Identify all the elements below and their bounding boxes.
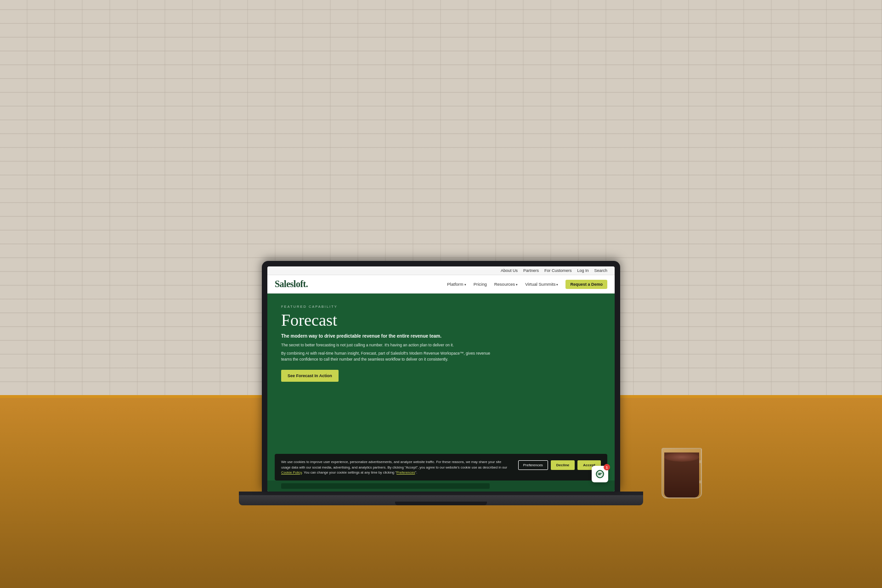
hero-subtitle: The modern way to drive predictable reve… xyxy=(281,334,601,339)
hero-title: Forecast xyxy=(281,311,601,330)
platform-dropdown-arrow: ▾ xyxy=(464,283,466,286)
nav-links: Platform▾ Pricing Resources▾ Virtual Sum… xyxy=(447,280,607,289)
chat-icon xyxy=(595,469,605,479)
main-nav: Salesloft. Platform▾ Pricing Resources▾ … xyxy=(267,275,615,294)
chat-badge: 1 xyxy=(604,464,610,470)
chat-widget[interactable]: 1 xyxy=(592,466,608,482)
for-customers-link[interactable]: For Customers xyxy=(544,268,572,273)
hero-section: FEATURED CAPABILITY Forecast The modern … xyxy=(267,294,615,492)
cookie-text-3: ". xyxy=(415,470,417,475)
virtual-summits-link[interactable]: Virtual Summits▾ xyxy=(525,282,558,287)
laptop-screen: About Us Partners For Customers Log In S… xyxy=(267,266,615,492)
cookie-preferences-link[interactable]: Preferences xyxy=(396,470,415,475)
preferences-button[interactable]: Preferences xyxy=(518,460,548,470)
mug-foam xyxy=(664,452,699,462)
request-demo-button[interactable]: Request a Demo xyxy=(565,280,607,289)
laptop: About Us Partners For Customers Log In S… xyxy=(239,261,643,505)
cookie-text-main: We use cookies to improve user experienc… xyxy=(281,460,507,469)
hero-body2: By combining AI with real-time human ins… xyxy=(281,351,502,362)
summits-dropdown-arrow: ▾ xyxy=(556,283,558,286)
cookie-banner: We use cookies to improve user experienc… xyxy=(275,454,607,481)
cookie-text-2: . You can change your cookie settings at… xyxy=(302,470,396,475)
resources-link[interactable]: Resources▾ xyxy=(494,282,518,287)
hero-bottom-bar-inner xyxy=(281,483,490,489)
hero-body1: The secret to better forecasting is not … xyxy=(281,342,483,348)
laptop-base xyxy=(239,495,643,505)
laptop-hinge xyxy=(239,492,643,495)
laptop-screen-outer: About Us Partners For Customers Log In S… xyxy=(262,261,620,492)
hero-bottom-bar xyxy=(267,481,615,492)
see-forecast-button[interactable]: See Forecast In Action xyxy=(281,370,339,382)
cookie-text: We use cookies to improve user experienc… xyxy=(281,459,511,475)
cookie-policy-link[interactable]: Cookie Policy xyxy=(281,470,302,475)
logo: Salesloft. xyxy=(275,279,308,289)
decline-button[interactable]: Decline xyxy=(551,460,575,470)
scene: About Us Partners For Customers Log In S… xyxy=(0,0,882,588)
partners-link[interactable]: Partners xyxy=(523,268,539,273)
cookie-buttons: Preferences Decline Accept xyxy=(518,460,601,470)
resources-dropdown-arrow: ▾ xyxy=(516,283,518,286)
mug-handle xyxy=(699,460,702,483)
coffee-mug xyxy=(662,448,712,498)
website: About Us Partners For Customers Log In S… xyxy=(267,266,615,492)
mug-body xyxy=(662,448,702,498)
log-in-link[interactable]: Log In xyxy=(577,268,588,273)
featured-label: FEATURED CAPABILITY xyxy=(281,305,601,309)
search-link[interactable]: Search xyxy=(594,268,607,273)
platform-link[interactable]: Platform▾ xyxy=(447,282,466,287)
about-us-link[interactable]: About Us xyxy=(501,268,518,273)
pricing-link[interactable]: Pricing xyxy=(474,282,487,287)
utility-bar: About Us Partners For Customers Log In S… xyxy=(267,266,615,275)
